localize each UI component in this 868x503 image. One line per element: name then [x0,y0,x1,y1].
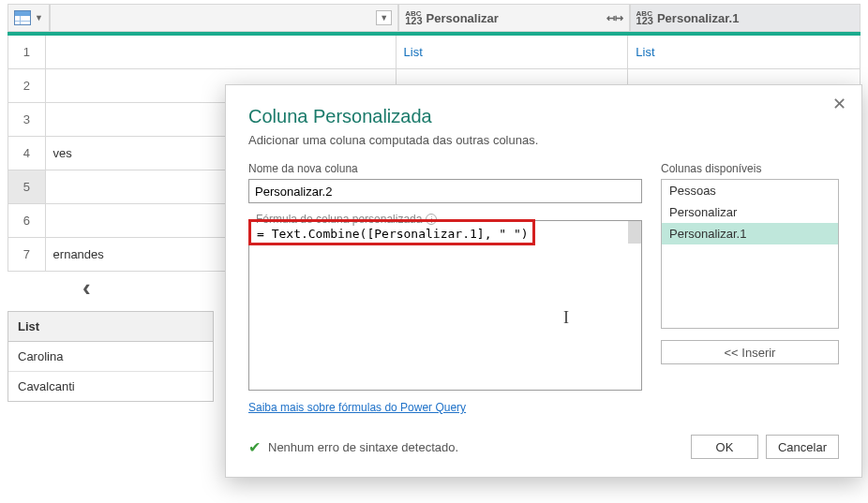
list-item[interactable]: Cavalcanti [8,372,213,401]
dialog-title: Coluna Personalizada [248,106,839,127]
formula-label: Fórmula de coluna personalizada i [252,213,441,226]
status-text: Nenhum erro de sintaxe detectado. [268,440,458,454]
chevron-left-icon[interactable]: ‹ [82,274,91,303]
learn-more-link[interactable]: Saiba mais sobre fórmulas do Power Query [248,401,466,414]
row-number[interactable]: 2 [7,69,46,103]
type-any-icon: ABC123 [636,10,653,26]
cancel-button[interactable]: Cancelar [766,435,839,459]
available-columns-label: Colunas disponíveis [661,162,839,175]
table-icon [14,10,31,25]
grid-header: ▼ ▼ ABC123 Personalizar ↤↦ ABC123 Person… [7,4,861,36]
row-number[interactable]: 4 [7,137,46,170]
scrollbar[interactable] [628,221,641,244]
available-column-item[interactable]: Personalizar.1 [662,223,838,244]
info-icon[interactable]: i [426,214,437,225]
row-number[interactable]: 5 [7,170,46,204]
ok-button[interactable]: OK [691,435,758,459]
row-number[interactable]: 6 [7,204,46,238]
column-header-personalizar1[interactable]: ABC123 Personalizar.1 [630,4,861,32]
close-button[interactable]: ✕ [827,95,852,113]
type-any-icon: ABC123 [405,10,422,26]
cell[interactable]: List [397,36,629,69]
formula-input[interactable] [248,220,642,391]
list-preview: List Carolina Cavalcanti [7,311,214,402]
check-icon: ✔ [248,438,261,456]
chevron-down-icon: ▼ [35,13,43,22]
custom-column-dialog: ✕ Coluna Personalizada Adicionar uma col… [225,84,862,478]
column-header-blank[interactable]: ▼ [50,4,398,32]
column-header-label: Personalizar [427,11,499,25]
new-column-input[interactable] [248,179,642,203]
dialog-subtitle: Adicionar uma coluna computada das outra… [248,133,839,147]
expand-icon[interactable]: ↤↦ [606,12,623,24]
row-number[interactable]: 7 [7,238,46,272]
list-item[interactable]: Carolina [8,342,213,372]
grid-corner[interactable]: ▼ [7,4,50,32]
filter-dropdown-icon[interactable]: ▼ [376,10,392,25]
list-preview-header: List [8,312,213,342]
cell[interactable]: List [628,36,861,69]
row-number[interactable]: 1 [7,36,46,69]
new-column-label: Nome da nova coluna [248,162,642,175]
text-cursor-icon: I [563,308,569,328]
column-header-label: Personalizar.1 [657,11,739,25]
close-icon: ✕ [832,95,846,113]
available-column-item[interactable]: Pessoas [662,180,838,201]
column-header-personalizar[interactable]: ABC123 Personalizar ↤↦ [398,4,629,32]
insert-button[interactable]: << Inserir [661,340,839,364]
available-column-item[interactable]: Personalizar [662,201,838,223]
cell[interactable] [46,36,397,69]
row-number[interactable]: 3 [7,103,46,137]
available-columns-list: Pessoas Personalizar Personalizar.1 [661,179,839,329]
syntax-status: ✔ Nenhum erro de sintaxe detectado. [248,438,458,456]
